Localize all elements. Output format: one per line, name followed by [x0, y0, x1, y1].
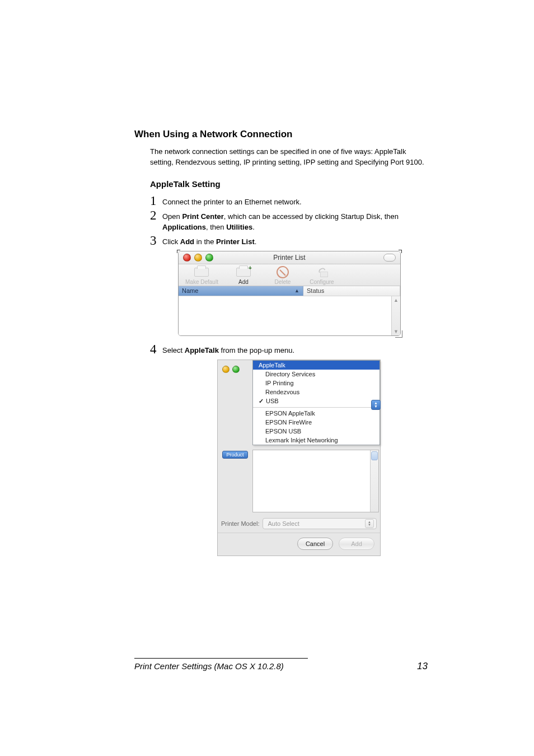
menu-item-appletalk[interactable]: AppleTalk: [253, 361, 380, 370]
column-name-header[interactable]: Name ▲: [179, 286, 303, 296]
toolbar-toggle-icon[interactable]: [383, 254, 396, 262]
printer-model-label: Printer Model:: [221, 520, 259, 527]
t: , then: [206, 223, 226, 231]
t: Select: [162, 346, 185, 354]
add-button: Add: [339, 538, 374, 550]
menu-item-epson-appletalk[interactable]: EPSON AppleTalk: [253, 409, 380, 418]
footer-rule: [134, 658, 308, 659]
menu-item-lexmark[interactable]: Lexmark Inkjet Networking: [253, 436, 380, 445]
toolbar-label: Delete: [274, 279, 291, 285]
t: from the pop-up menu.: [219, 346, 294, 354]
vertical-scrollbar[interactable]: ▲ ▼: [391, 296, 400, 335]
no-sign-icon: [277, 266, 289, 278]
bold: Add: [180, 237, 194, 246]
step-text: Open Print Center, which can be accessed…: [162, 209, 428, 233]
page-footer: Print Center Settings (Mac OS X 10.2.8) …: [134, 658, 428, 672]
delete-button: Delete: [269, 267, 297, 285]
subsection-heading: AppleTalk Setting: [150, 178, 428, 190]
menu-separator: [253, 407, 380, 408]
product-column-header[interactable]: Product: [222, 451, 247, 459]
list-rows: [179, 296, 391, 335]
intro-paragraph: The network connection settings can be s…: [150, 147, 428, 168]
printer-list-window: Printer List Make Default Add Delete: [178, 251, 401, 336]
menu-item-epson-firewire[interactable]: EPSON FireWire: [253, 418, 380, 427]
window-titlebar[interactable]: Printer List: [179, 251, 400, 264]
connection-popup-menu[interactable]: AppleTalk Directory Services IP Printing…: [252, 360, 380, 445]
menu-item-directory-services[interactable]: Directory Services: [253, 370, 380, 379]
t: , which can be accessed by clicking Star…: [224, 212, 399, 221]
step-1: 1 Connect the printer to an Ethernet net…: [150, 194, 428, 208]
column-status-header[interactable]: Status: [303, 286, 400, 296]
printer-icon: [194, 268, 209, 277]
select-stepper-icon: ▲▼: [365, 519, 374, 528]
bold: AppleTalk: [185, 346, 219, 354]
printer-model-select: Auto Select ▲▼: [263, 518, 377, 529]
step-4: 4 Select AppleTalk from the pop-up menu.: [150, 343, 428, 356]
list-header: Name ▲ Status: [179, 286, 400, 296]
make-default-button: Make Default: [185, 267, 218, 285]
step-text: Connect the printer to an Ethernet netwo…: [162, 194, 302, 208]
toolbar-label: Add: [238, 279, 249, 285]
t: Open: [162, 212, 182, 221]
section-heading: When Using a Network Connection: [134, 129, 428, 140]
step-text: Click Add in the Printer List.: [162, 234, 256, 248]
bold: Utilities: [226, 223, 252, 231]
add-button[interactable]: Add: [229, 267, 257, 285]
popup-stepper-icon[interactable]: ▲▼: [371, 400, 381, 410]
t: .: [255, 237, 257, 246]
t: Click: [162, 237, 180, 246]
product-list[interactable]: [252, 450, 379, 512]
bold: Applications: [162, 223, 206, 231]
sort-asc-icon: ▲: [294, 288, 299, 293]
zoom-icon[interactable]: [232, 366, 240, 373]
printer-add-icon: [236, 268, 251, 277]
configure-icon: [316, 267, 328, 277]
step-number: 1: [150, 194, 162, 207]
printer-model-value: Auto Select: [268, 520, 299, 527]
column-label: Status: [307, 287, 324, 294]
step-number: 3: [150, 234, 162, 247]
menu-item-epson-usb[interactable]: EPSON USB: [253, 427, 380, 436]
step-number: 4: [150, 343, 162, 356]
toolbar-label: Configure: [310, 279, 334, 285]
resize-grip-icon[interactable]: [396, 331, 402, 338]
minimize-icon[interactable]: [222, 366, 229, 373]
footer-page-number: 13: [417, 661, 428, 672]
menu-item-rendezvous[interactable]: Rendezvous: [253, 388, 380, 396]
cancel-button[interactable]: Cancel: [297, 538, 333, 550]
step-text: Select AppleTalk from the pop-up menu.: [162, 343, 294, 356]
scroll-up-icon[interactable]: ▲: [392, 296, 400, 304]
t: .: [252, 223, 255, 231]
window-title: Printer List: [179, 254, 400, 262]
menu-item-ip-printing[interactable]: IP Printing: [253, 379, 380, 388]
step-2: 2 Open Print Center, which can be access…: [150, 209, 428, 233]
footer-title: Print Center Settings (Mac OS X 10.2.8): [134, 661, 284, 671]
bold: Printer List: [216, 237, 255, 246]
menu-item-usb[interactable]: USB: [253, 396, 380, 406]
toolbar: Make Default Add Delete Configure: [179, 264, 400, 286]
column-label: Name: [182, 287, 198, 294]
configure-button: Configure: [308, 267, 336, 285]
bold: Print Center: [182, 212, 223, 221]
toolbar-label: Make Default: [185, 279, 218, 285]
step-3: 3 Click Add in the Printer List.: [150, 234, 428, 248]
list-body: ▲ ▼: [179, 296, 400, 335]
vertical-scrollbar[interactable]: [370, 450, 378, 512]
t: in the: [194, 237, 216, 246]
step-number: 2: [150, 209, 162, 222]
add-printer-sheet: AppleTalk Directory Services IP Printing…: [217, 360, 381, 556]
